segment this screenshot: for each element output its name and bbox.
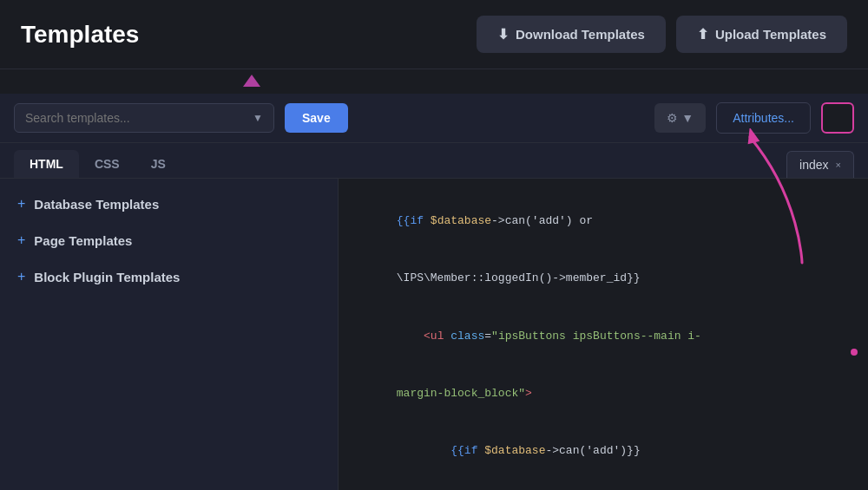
plus-icon-database: + [17, 196, 25, 212]
code-line-2: \IPS\Member::loggedIn()->member_id}} [356, 250, 851, 307]
gear-button[interactable]: ⚙ ▼ [654, 103, 706, 133]
download-templates-button[interactable]: ⬇ Download Templates [477, 16, 666, 53]
upload-icon: ⬆ [697, 26, 708, 42]
main-content: + Database Templates + Page Templates + … [0, 179, 868, 490]
code-token: ->can('add') or [491, 214, 593, 227]
sidebar-item-block-plugin-templates[interactable]: + Block Plugin Templates [0, 258, 338, 295]
upload-label: Upload Templates [715, 27, 826, 42]
toolbar-row: ▼ Save ⚙ ▼ Attributes... [0, 94, 868, 143]
panel-toggle-button[interactable] [821, 102, 854, 134]
code-token: \IPS\Member::loggedIn()->member_id}} [397, 271, 641, 284]
search-container: ▼ [14, 103, 274, 133]
download-icon: ⬇ [497, 26, 509, 42]
code-token: "ipsButtons ipsButtons--main i- [491, 330, 701, 343]
sidebar-label-block: Block Plugin Templates [34, 270, 180, 284]
code-line-6: <li> [356, 480, 851, 490]
sidebar: + Database Templates + Page Templates + … [0, 179, 339, 490]
code-token: = [484, 330, 491, 343]
code-token: <ul [424, 330, 444, 343]
code-line-1: {{if $database->can('add') or [356, 193, 851, 250]
code-panel: {{if $database->can('add') or \IPS\Membe… [339, 179, 868, 490]
code-token [397, 330, 424, 343]
pink-dot-indicator [851, 349, 858, 356]
top-header: Templates ⬇ Download Templates ⬆ Upload … [0, 0, 868, 69]
code-token: ->can('add')}} [545, 444, 640, 457]
triangle-indicator-row [0, 69, 868, 94]
header-buttons: ⬇ Download Templates ⬆ Upload Templates [477, 16, 847, 53]
sidebar-item-page-templates[interactable]: + Page Templates [0, 222, 338, 258]
sidebar-label-database: Database Templates [34, 197, 159, 212]
tab-js[interactable]: JS [135, 150, 181, 178]
search-input[interactable] [25, 111, 246, 125]
attributes-button[interactable]: Attributes... [716, 102, 811, 134]
gear-dropdown-arrow: ▼ [681, 111, 694, 125]
code-line-3: <ul class="ipsButtons ipsButtons--main i… [356, 308, 851, 365]
code-token: $database [484, 444, 545, 457]
code-line-4: margin-block_block"> [356, 365, 851, 422]
tab-css[interactable]: CSS [79, 150, 135, 178]
tab-close-button[interactable]: × [836, 160, 841, 170]
code-token: > [525, 387, 532, 400]
tab-file-label: index [799, 158, 828, 172]
gear-icon: ⚙ [667, 111, 678, 125]
code-token: {{if [397, 214, 431, 227]
code-token [397, 444, 450, 457]
filter-icon[interactable]: ▼ [253, 112, 263, 124]
code-line-5: {{if $database->can('add')}} [356, 422, 851, 480]
tabs-row: HTML CSS JS index × [0, 143, 868, 179]
code-token: $database [431, 214, 491, 227]
page-title: Templates [21, 21, 477, 49]
sidebar-label-page: Page Templates [34, 233, 132, 248]
code-token: class [450, 330, 484, 343]
sidebar-item-database-templates[interactable]: + Database Templates [0, 186, 338, 222]
tab-index[interactable]: index × [786, 151, 854, 178]
tab-html[interactable]: HTML [14, 150, 79, 178]
save-button[interactable]: Save [285, 103, 348, 133]
download-label: Download Templates [516, 27, 645, 42]
code-token: margin-block_block" [397, 387, 525, 400]
plus-icon-block: + [17, 269, 25, 284]
plus-icon-page: + [17, 232, 25, 248]
code-token: {{if [450, 444, 484, 457]
upload-templates-button[interactable]: ⬆ Upload Templates [676, 16, 847, 53]
